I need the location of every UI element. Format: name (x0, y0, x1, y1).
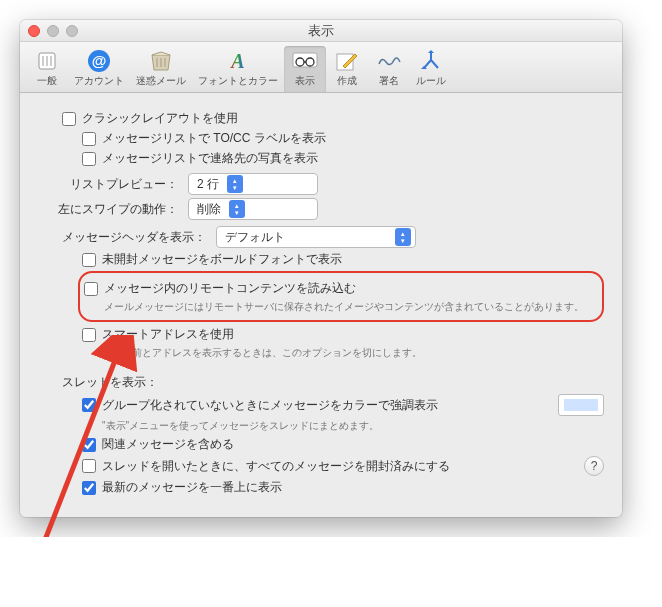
tab-signatures[interactable]: 署名 (368, 46, 410, 92)
label-bold-unread: 未開封メッセージをボールドフォントで表示 (102, 251, 342, 268)
color-swatch-inner (564, 399, 598, 411)
checkbox-contact-photos[interactable] (82, 152, 96, 166)
svg-text:A: A (229, 50, 244, 72)
checkbox-tocc[interactable] (82, 132, 96, 146)
label-threading: スレッドを表示： (62, 374, 158, 391)
trash-icon (147, 48, 175, 74)
checkbox-smart-address[interactable] (82, 328, 96, 342)
tab-general[interactable]: 一般 (26, 46, 68, 92)
select-value: 2 行 (197, 176, 219, 193)
at-icon: @ (85, 48, 113, 74)
tab-label: 迷惑メール (136, 74, 186, 88)
help-button[interactable]: ? (584, 456, 604, 476)
glasses-icon (291, 48, 319, 74)
select-value: デフォルト (225, 229, 285, 246)
select-swipe[interactable]: 削除 (188, 198, 318, 220)
label-contact-photos: メッセージリストで連絡先の写真を表示 (102, 150, 318, 167)
label-show-header: メッセージヘッダを表示： (38, 229, 216, 246)
tab-accounts[interactable]: @ アカウント (68, 46, 130, 92)
compose-icon (333, 48, 361, 74)
annotation-highlight: メッセージ内のリモートコンテンツを読み込む メールメッセージにはリモートサーバに… (78, 271, 604, 322)
label-list-preview: リストプレビュー： (38, 176, 188, 193)
label-swipe: 左にスワイプの動作： (38, 201, 188, 218)
checkbox-load-remote[interactable] (84, 282, 98, 296)
chevron-updown-icon (227, 175, 243, 193)
subtext-highlight: "表示"メニューを使ってメッセージをスレッドにまとめます。 (82, 419, 604, 433)
label-highlight-color: グループ化されていないときにメッセージをカラーで強調表示 (102, 397, 438, 414)
checkbox-classic-layout[interactable] (62, 112, 76, 126)
tab-label: ルール (416, 74, 446, 88)
slider-icon (33, 48, 61, 74)
checkbox-mark-read[interactable] (82, 459, 96, 473)
tab-label: フォントとカラー (198, 74, 278, 88)
label-newest-top: 最新のメッセージを一番上に表示 (102, 479, 282, 496)
svg-text:@: @ (92, 52, 107, 69)
window-title: 表示 (20, 22, 622, 40)
tab-composing[interactable]: 作成 (326, 46, 368, 92)
tab-label: 署名 (379, 74, 399, 88)
label-load-remote: メッセージ内のリモートコンテンツを読み込む (104, 280, 356, 297)
tab-label: 一般 (37, 74, 57, 88)
checkbox-include-related[interactable] (82, 438, 96, 452)
content-pane: クラシックレイアウトを使用 メッセージリストで TO/CC ラベルを表示 メッセ… (20, 93, 622, 517)
tab-fonts[interactable]: A フォントとカラー (192, 46, 284, 92)
tab-label: 表示 (295, 74, 315, 88)
tab-label: 作成 (337, 74, 357, 88)
titlebar: 表示 (20, 20, 622, 42)
select-list-preview[interactable]: 2 行 (188, 173, 318, 195)
label-tocc: メッセージリストで TO/CC ラベルを表示 (102, 130, 326, 147)
chevron-updown-icon (229, 200, 245, 218)
select-value: 削除 (197, 201, 221, 218)
checkbox-highlight-color[interactable] (82, 398, 96, 412)
tab-label: アカウント (74, 74, 124, 88)
rules-icon (417, 48, 445, 74)
label-smart-address: スマートアドレスを使用 (102, 326, 234, 343)
label-mark-read: スレッドを開いたときに、すべてのメッセージを開封済みにする (102, 458, 450, 475)
toolbar: 一般 @ アカウント 迷惑メール A フォントとカラー 表示 (20, 42, 622, 93)
preferences-window: 表示 一般 @ アカウント 迷惑メール A フォントとカラー (20, 20, 622, 517)
tab-viewing[interactable]: 表示 (284, 46, 326, 92)
label-classic-layout: クラシックレイアウトを使用 (82, 110, 238, 127)
question-icon: ? (591, 459, 598, 473)
color-well[interactable] (558, 394, 604, 416)
checkbox-newest-top[interactable] (82, 481, 96, 495)
signature-icon (375, 48, 403, 74)
subtext-load-remote: メールメッセージにはリモートサーバに保存されたイメージやコンテンツが含まれている… (84, 300, 594, 314)
checkbox-bold-unread[interactable] (82, 253, 96, 267)
tab-junk[interactable]: 迷惑メール (130, 46, 192, 92)
label-include-related: 関連メッセージを含める (102, 436, 234, 453)
chevron-updown-icon (395, 228, 411, 246)
subtext-smart-address: 常に名前とアドレスを表示するときは、このオプションを切にします。 (82, 346, 604, 360)
select-header[interactable]: デフォルト (216, 226, 416, 248)
tab-rules[interactable]: ルール (410, 46, 452, 92)
font-icon: A (224, 48, 252, 74)
